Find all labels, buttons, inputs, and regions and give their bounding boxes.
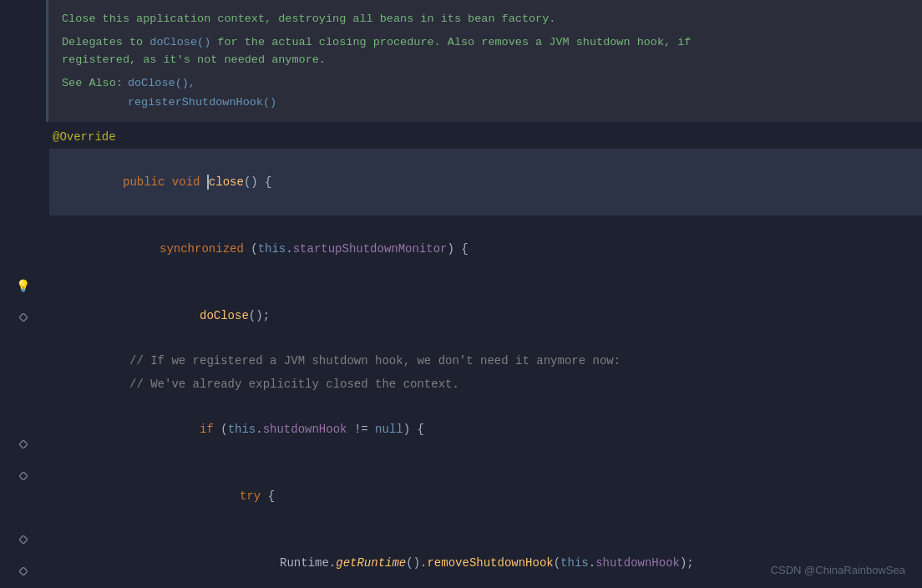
synchronized-kw: synchronized [160,242,244,256]
svg-marker-2 [19,472,28,480]
try-kw: try [240,489,261,503]
gutter-icon-if [17,433,30,456]
public-kw: public [123,175,165,189]
try-line: try { [49,463,922,530]
editor-container: 💡 [0,0,922,588]
javadoc-line1: Close this application context, destroyi… [62,10,909,28]
svg-marker-1 [19,440,28,449]
startup-monitor: startupShutdownMonitor [293,242,448,256]
shutdownhook-field2: shutdownHook [595,556,680,570]
try-text: try { [49,464,275,529]
javadoc-block: Close this application context, destroyi… [46,0,922,122]
synchronized-line: synchronized (this.startupShutdownMonito… [49,215,922,282]
comment2-text: // We've already explicitly closed the c… [49,373,459,395]
code-block: @Override public void close() { synchron… [46,125,922,588]
javadoc-doclose-ref: doClose() [149,36,210,48]
if-line: if (this.shutdownHook != null) { [49,396,922,463]
svg-marker-0 [19,313,28,322]
svg-marker-3 [19,535,28,544]
comment2-line: // We've already explicitly closed the c… [49,373,922,396]
if-text: if (this.shutdownHook != null) { [49,397,424,462]
javadoc-see-also: See Also: doClose(), registerShutdownHoo… [62,74,909,112]
close-method: close [209,175,244,189]
void-kw: void [172,175,200,189]
gutter-icon-4 [17,401,30,424]
this-kw3: this [560,556,589,570]
method-signature-line: public void close() { [49,149,922,215]
see-also-link1[interactable]: doClose(), [128,74,276,93]
doclose-method: doClose [200,309,249,322]
runtime-class: Runtime [280,556,329,570]
gutter: 💡 [0,0,46,588]
removeshutdownhook-method: removeShutdownHook [427,556,553,570]
svg-marker-4 [19,567,28,575]
watermark: CSDN @ChinaRainbowSea [771,564,905,576]
gutter-icon-override [17,242,30,266]
if-kw: if [200,423,214,436]
runtime-text: Runtime.getRuntime().removeShutdownHook(… [49,530,694,588]
annotation-text: @Override [49,126,116,148]
gutter-icon-try [17,464,30,488]
javadoc-delegates: Delegates to [62,36,149,48]
gutter-icon-runtime [17,496,30,520]
synchronized-text: synchronized (this.startupShutdownMonito… [49,216,469,281]
doclose-text: doClose(); [49,283,270,348]
gutter-icon-5 [17,528,30,551]
code-area: Close this application context, destroyi… [46,0,922,588]
getruntime-method: getRuntime [336,556,406,570]
gutter-icon-2 [17,337,30,361]
shutdownhook-field: shutdownHook [263,423,347,436]
javadoc-line3: registered, as it's not needed anymore. [62,51,909,69]
gutter-icon-1 [17,306,30,329]
doclose-line: doClose(); [49,282,922,349]
see-also-label: See Also: [62,74,123,93]
javadoc-line2c: for the actual closing procedure. Also r… [210,36,691,48]
bulb-icon[interactable]: 💡 [17,274,30,297]
annotation-line: @Override [49,125,922,149]
javadoc-line2: Delegates to doClose() for the actual cl… [62,33,909,52]
see-also-link2[interactable]: registerShutdownHook() [128,94,276,112]
gutter-icon-catch [17,560,30,583]
null-kw: null [375,423,403,436]
this-kw1: this [258,242,286,256]
comment1-text: // If we registered a JVM shutdown hook,… [49,350,621,372]
this-kw2: this [228,423,256,436]
gutter-icon-3 [17,369,30,393]
method-signature: public void close() { [49,150,271,215]
comment1-line: // If we registered a JVM shutdown hook,… [49,349,922,373]
runtime-line: Runtime.getRuntime().removeShutdownHook(… [49,530,922,588]
